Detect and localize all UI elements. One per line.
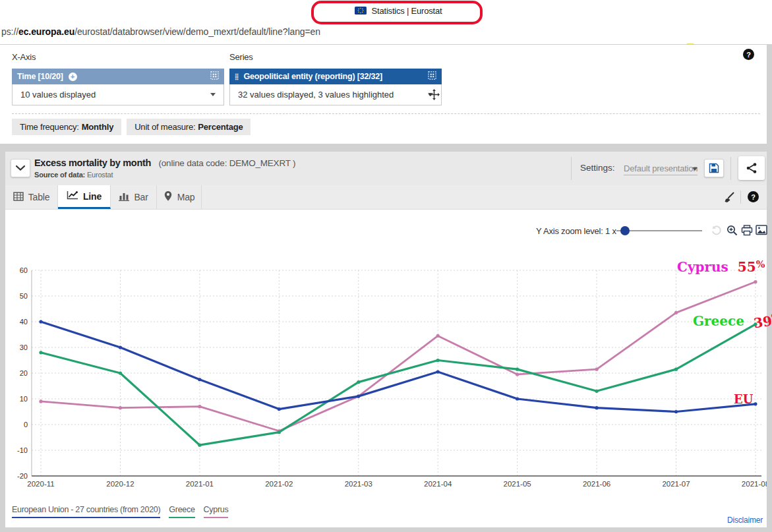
tab-map[interactable]: Map	[157, 185, 202, 209]
series-header-label: Geopolitical entity (reporting) [32/32]	[244, 72, 382, 81]
settings-dropdown[interactable]: Default presentation	[624, 163, 698, 175]
svg-text:60: 60	[20, 266, 28, 274]
url-field[interactable]: ps://ec.europa.eu/eurostat/databrowser/v…	[1, 26, 320, 37]
browser-tab[interactable]: Statistics | Eurostat	[320, 2, 476, 20]
time-frequency-chip: Time frequency:Monthly	[12, 119, 121, 135]
dataset-code: (online data code: DEMO_MEXRT )	[158, 158, 295, 168]
slider-knob[interactable]	[620, 226, 630, 235]
save-button[interactable]	[704, 159, 724, 177]
svg-text:50: 50	[20, 292, 28, 300]
zoom-in-icon[interactable]	[727, 225, 738, 239]
line-chart: 6050403020100-10-202020-112020-122021-01…	[5, 256, 767, 494]
export-image-icon[interactable]	[756, 225, 767, 238]
help-icon[interactable]: ?	[748, 191, 759, 202]
dataset-title: Excess mortality by month	[34, 158, 151, 168]
svg-text:2021-06: 2021-06	[583, 480, 610, 488]
svg-text:2021-07: 2021-07	[662, 480, 690, 488]
chevron-down-icon[interactable]	[692, 167, 698, 171]
codelist-grid-icon[interactable]	[428, 71, 436, 82]
line-chart-icon	[67, 191, 78, 202]
svg-text:2021-05: 2021-05	[504, 480, 531, 488]
screen: Statistics | Eurostat ps://ec.europa.eu/…	[0, 0, 772, 532]
tab-line[interactable]: Line	[58, 185, 111, 209]
eu-flag-icon	[355, 5, 367, 17]
svg-text:0: 0	[24, 421, 28, 429]
time-dimension-header[interactable]: Time [10/20] +	[12, 69, 224, 84]
unit-of-measure-chip: Unit of measure:Percentage	[127, 119, 251, 135]
settings-label: Settings:	[580, 163, 615, 173]
settings-divider	[571, 157, 572, 180]
svg-text:2020-12: 2020-12	[106, 480, 134, 488]
svg-text:-10: -10	[17, 446, 28, 454]
series-values-dropdown[interactable]: 32 values displayed, 3 values highlighte…	[229, 84, 442, 105]
tab-table[interactable]: Table	[5, 185, 58, 209]
yaxis-zoom-label: Y Axis zoom level: 1 x	[536, 226, 616, 236]
xaxis-section-label: X-Axis	[12, 52, 36, 62]
svg-text:2021-03: 2021-03	[345, 480, 372, 488]
move-icon[interactable]	[429, 89, 440, 103]
svg-text:10: 10	[20, 395, 28, 403]
series-dropdown-value: 32 values displayed, 3 values highlighte…	[238, 90, 394, 100]
legend-item[interactable]: Greece	[169, 505, 194, 518]
time-dropdown-value: 10 values displayed	[20, 90, 96, 100]
undo-zoom-icon[interactable]	[711, 225, 722, 239]
chevron-down-icon	[210, 93, 216, 96]
disclaimer-link[interactable]: Disclaimer	[727, 516, 763, 525]
tab-bar[interactable]: Bar	[111, 185, 157, 209]
legend-item[interactable]: Cyprus	[204, 505, 229, 518]
share-divider	[730, 157, 731, 180]
dataset-title-row: Excess mortality by month (online data c…	[34, 157, 295, 169]
series-dimension-header[interactable]: ⣿ Geopolitical entity (reporting) [32/32…	[229, 69, 442, 84]
svg-text:-20: -20	[17, 472, 28, 480]
time-values-dropdown[interactable]: 10 values displayed	[12, 84, 224, 105]
svg-text:2021-02: 2021-02	[265, 480, 293, 488]
url-scheme: ps://	[1, 26, 18, 37]
help-icon[interactable]: ?	[743, 49, 754, 60]
table-icon	[13, 192, 24, 203]
section-divider	[12, 113, 760, 114]
time-header-label: Time [10/20]	[17, 72, 63, 81]
bar-chart-icon	[119, 192, 129, 203]
url-host: ec.europa.eu	[18, 26, 74, 37]
drag-handle-icon[interactable]: ⣿	[235, 73, 239, 80]
print-icon[interactable]	[741, 225, 753, 239]
dataset-header: Excess mortality by month (online data c…	[5, 152, 767, 185]
chart-annotation: Greece 39%	[693, 312, 772, 329]
chart-legend: European Union - 27 countries (from 2020…	[12, 505, 228, 518]
chart-panel: Y Axis zoom level: 1 x 6050403020100-10-…	[5, 210, 767, 527]
svg-text:40: 40	[20, 318, 28, 326]
legend-item[interactable]: European Union - 27 countries (from 2020…	[12, 505, 160, 518]
svg-text:2020-11: 2020-11	[27, 480, 54, 488]
filters-panel: X-Axis Series Time [10/20] + 10 values d…	[0, 45, 767, 144]
share-button[interactable]	[738, 156, 765, 180]
paintbrush-icon[interactable]	[722, 191, 735, 207]
collapse-button[interactable]	[11, 159, 30, 177]
fixed-dimensions-row: Time frequency:Monthly Unit of measure:P…	[12, 119, 251, 135]
chart-annotation: Cyprus 55%	[677, 258, 765, 275]
url-path: /eurostat/databrowser/view/demo_mexrt/de…	[74, 26, 320, 37]
map-pin-icon	[163, 191, 173, 204]
page-gutter	[767, 45, 772, 532]
browser-tab-bar: Statistics | Eurostat	[0, 0, 772, 20]
chart-annotation: EU	[734, 392, 753, 406]
svg-text:2021-08: 2021-08	[742, 480, 767, 488]
view-tab-bar: Table Line Bar Map ?	[5, 185, 767, 210]
tab-tools-divider	[740, 191, 741, 204]
svg-text:2021-01: 2021-01	[186, 480, 214, 488]
dataset-source: Source of data: Eurostat	[34, 171, 113, 179]
svg-text:20: 20	[20, 369, 28, 377]
series-section-label: Series	[229, 52, 253, 62]
plus-icon[interactable]: +	[69, 73, 77, 81]
codelist-grid-icon[interactable]	[210, 71, 219, 82]
url-bar: ps://ec.europa.eu/eurostat/databrowser/v…	[0, 20, 772, 45]
svg-text:2021-04: 2021-04	[424, 480, 452, 488]
tab-title: Statistics | Eurostat	[372, 6, 442, 16]
svg-text:30: 30	[20, 343, 28, 351]
